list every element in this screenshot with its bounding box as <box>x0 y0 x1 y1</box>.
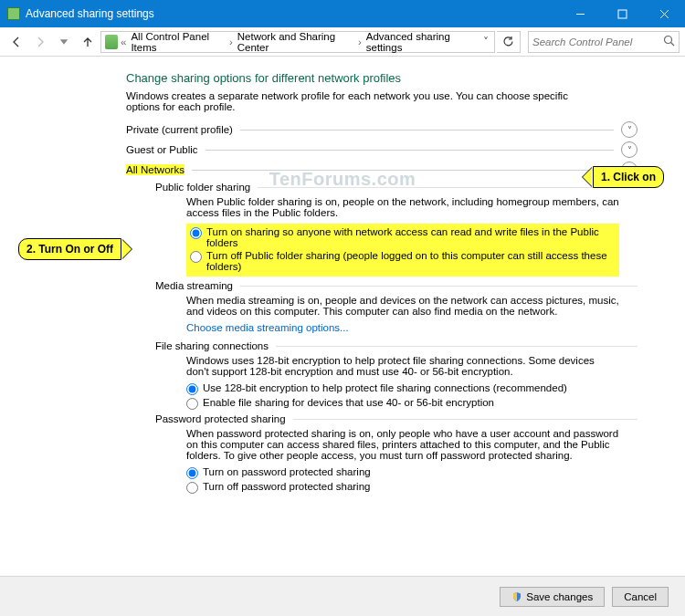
section-guest[interactable]: Guest or Public ˅ <box>126 141 638 158</box>
save-button[interactable]: Save changes <box>500 587 605 607</box>
navbar: « All Control Panel Items › Network and … <box>0 27 685 57</box>
annotation-step1: 1. Click on <box>593 166 664 188</box>
page-title: Change sharing options for different net… <box>126 71 674 85</box>
subsection-media: Media streaming <box>155 280 638 291</box>
subsection-desc: When password protected sharing is on, o… <box>186 428 619 461</box>
forward-button[interactable] <box>29 31 51 53</box>
chevron-down-icon[interactable]: ˅ <box>621 141 638 158</box>
radio-40bit[interactable]: Enable file sharing for devices that use… <box>186 397 619 410</box>
breadcrumb-item[interactable]: Network and Sharing Center <box>234 31 357 53</box>
cancel-button[interactable]: Cancel <box>612 587 669 607</box>
radio-input[interactable] <box>190 227 202 239</box>
search-icon[interactable] <box>663 35 675 49</box>
search-input[interactable] <box>532 37 675 47</box>
section-title: Private (current profile) <box>126 124 233 135</box>
radio-input[interactable] <box>186 482 198 494</box>
recent-dropdown[interactable] <box>53 31 75 53</box>
radio-input[interactable] <box>186 383 198 395</box>
refresh-button[interactable] <box>497 31 521 53</box>
search-box[interactable] <box>528 31 680 53</box>
breadcrumb-item[interactable]: Advanced sharing settings <box>363 31 478 53</box>
encryption-radio-group: Use 128-bit encryption to help protect f… <box>186 382 619 410</box>
footer: Save changes Cancel <box>0 576 685 616</box>
radio-password-off[interactable]: Turn off password protected sharing <box>186 481 619 494</box>
subsection-desc: When Public folder sharing is on, people… <box>186 196 619 218</box>
history-dropdown[interactable]: ˅ <box>478 36 494 48</box>
public-folder-radio-group: Turn on sharing so anyone with network a… <box>186 224 619 277</box>
window-title: Advanced sharing settings <box>26 7 559 20</box>
radio-public-off[interactable]: Turn off Public folder sharing (people l… <box>190 250 616 272</box>
password-radio-group: Turn on password protected sharing Turn … <box>186 466 619 494</box>
media-options-link[interactable]: Choose media streaming options... <box>186 322 619 333</box>
chevron-left-icon[interactable]: « <box>120 37 127 47</box>
annotation-step2: 2. Turn On or Off <box>18 238 121 260</box>
radio-public-on[interactable]: Turn on sharing so anyone with network a… <box>190 226 616 248</box>
radio-128bit[interactable]: Use 128-bit encryption to help protect f… <box>186 382 619 395</box>
subsection-public-folder: Public folder sharing <box>155 182 638 193</box>
svg-rect-1 <box>618 10 627 18</box>
subsection-password: Password protected sharing <box>155 413 638 424</box>
close-button[interactable] <box>643 0 685 27</box>
section-title: All Networks <box>126 164 184 175</box>
control-panel-icon <box>7 7 20 20</box>
back-button[interactable] <box>5 31 27 53</box>
radio-input[interactable] <box>186 467 198 479</box>
svg-line-5 <box>671 42 675 46</box>
breadcrumb-icon <box>105 35 118 49</box>
titlebar: Advanced sharing settings <box>0 0 685 27</box>
section-private[interactable]: Private (current profile) ˅ <box>126 121 638 138</box>
section-all-networks[interactable]: All Networks ˄ <box>126 162 638 178</box>
shield-icon <box>511 591 522 602</box>
page-description: Windows creates a separate network profi… <box>126 90 601 112</box>
radio-input[interactable] <box>186 398 198 410</box>
radio-input[interactable] <box>190 251 202 263</box>
chevron-down-icon[interactable]: ˅ <box>621 121 638 138</box>
up-button[interactable] <box>77 31 99 53</box>
maximize-button[interactable] <box>601 0 643 27</box>
breadcrumb-item[interactable]: All Control Panel Items <box>127 31 228 53</box>
subsection-desc: Windows uses 128-bit encryption to help … <box>186 355 619 377</box>
minimize-button[interactable] <box>559 0 601 27</box>
radio-password-on[interactable]: Turn on password protected sharing <box>186 466 619 479</box>
content-area: Change sharing options for different net… <box>0 57 685 576</box>
svg-point-4 <box>665 36 672 43</box>
section-title: Guest or Public <box>126 144 198 155</box>
subsection-desc: When media streaming is on, people and d… <box>186 295 619 317</box>
breadcrumb[interactable]: « All Control Panel Items › Network and … <box>100 31 495 53</box>
subsection-file-connections: File sharing connections <box>155 340 638 351</box>
